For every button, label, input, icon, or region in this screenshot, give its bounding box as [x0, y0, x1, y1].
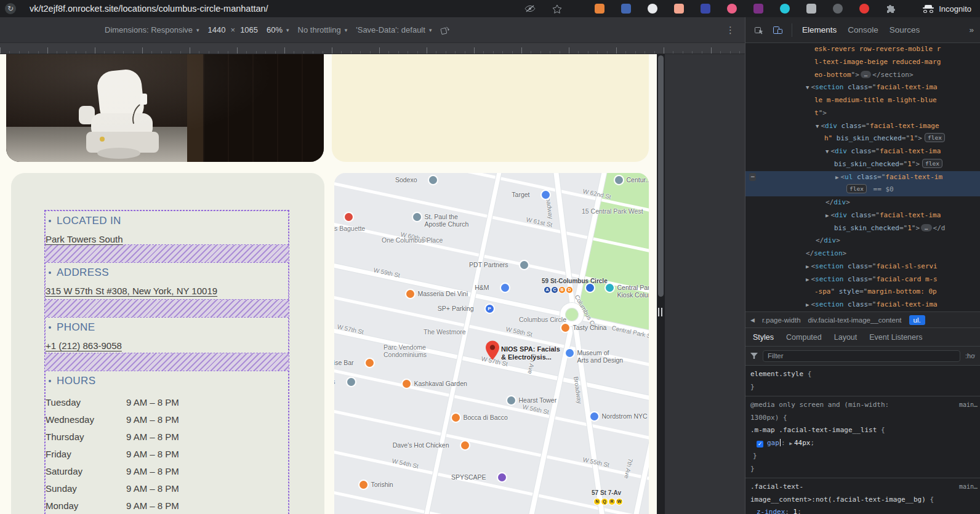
style-line[interactable]: } — [745, 381, 980, 394]
viewport-height-input[interactable]: 1065 — [240, 25, 258, 34]
chevron-left-icon[interactable]: ◀ — [750, 317, 755, 323]
password-eye-off-icon[interactable] — [524, 4, 536, 13]
extension-salmon[interactable] — [674, 4, 684, 14]
extension-facebook[interactable] — [621, 4, 631, 14]
transit-station-icon[interactable] — [586, 284, 594, 292]
incognito-indicator[interactable]: Incognito — [913, 4, 971, 14]
style-line[interactable]: @media only screen and (min-width:main… — [745, 399, 980, 412]
map-pin[interactable] — [486, 340, 499, 361]
ellipsis-button[interactable]: … — [921, 224, 931, 231]
extension-pen[interactable] — [806, 4, 816, 14]
viewport-width-input[interactable]: 1440 — [208, 25, 226, 34]
poi-label: Torishin — [371, 481, 393, 488]
incognito-label: Incognito — [939, 4, 971, 14]
style-line[interactable]: .facial-text-main… — [745, 481, 980, 494]
inspect-element-icon[interactable] — [754, 25, 764, 35]
tree-line[interactable]: ▼<section class="facial-text-ima — [745, 81, 980, 94]
bookmark-star-icon[interactable] — [552, 4, 562, 14]
tree-line[interactable]: -spa" style="margin-bottom: 0p — [745, 286, 980, 299]
extension-gear[interactable] — [833, 4, 843, 14]
style-line[interactable]: image__content>:not(.facial-text-image__… — [745, 494, 980, 507]
flex-badge[interactable]: flex — [925, 133, 945, 142]
device-toolbar-toggle-icon[interactable] — [773, 25, 783, 35]
style-line[interactable]: z-index: 1; — [745, 506, 980, 514]
extension-orange[interactable] — [595, 4, 604, 14]
tree-line[interactable]: </div> — [745, 196, 980, 209]
flex-badge[interactable]: flex — [922, 159, 942, 168]
tree-line[interactable]: ▼<div class="facial-text-ima — [745, 145, 980, 158]
styles-pane: element.style {}@media only screen and (… — [745, 366, 980, 514]
tree-line[interactable]: l-text-image-beige reduced-marg — [745, 56, 980, 69]
style-line[interactable]: 1300px) { — [745, 412, 980, 425]
styles-filter-input[interactable] — [763, 350, 960, 362]
hover-state-toggle[interactable]: :hov — [965, 352, 975, 359]
tab-computed[interactable]: Computed — [786, 333, 822, 342]
tree-line[interactable]: ▶<section class="facial-sl-servi — [745, 260, 980, 273]
style-line[interactable]: } — [745, 463, 980, 476]
tree-line[interactable]: ▶<section class="facial-text-ima — [745, 299, 980, 311]
resize-grip-icon[interactable] — [658, 308, 664, 316]
tab-layout[interactable]: Layout — [834, 333, 857, 342]
poi-label: Hearst Tower — [519, 396, 557, 404]
property-checkbox[interactable]: ✓ — [757, 441, 763, 448]
rotate-device-icon[interactable] — [440, 25, 450, 35]
tab-sources[interactable]: Sources — [888, 25, 922, 34]
extension-slack[interactable] — [753, 4, 763, 14]
extension-teal[interactable] — [780, 4, 790, 14]
tree-line[interactable]: </section> — [745, 247, 980, 260]
reload-icon[interactable]: ↻ — [5, 3, 16, 14]
devtools-flex-overlay: LOCATED IN Park Towers South ADDRESS 315… — [44, 210, 289, 514]
save-data-dropdown[interactable]: 'Save-Data': default▾ — [356, 25, 432, 34]
tree-line[interactable]: ▼<div class="facial-text-image — [745, 120, 980, 133]
tab-console[interactable]: Console — [846, 25, 880, 34]
style-line[interactable]: } — [745, 450, 980, 463]
tree-line[interactable]: ▶<section class="facial-card m-s — [745, 273, 980, 286]
extension-red[interactable] — [859, 4, 869, 14]
extension-target[interactable] — [648, 4, 657, 14]
tree-line[interactable]: le m-medium-title m-light-blue — [745, 94, 980, 107]
tree-line[interactable]: bis_skin_checked="1">flex — [745, 158, 980, 171]
map[interactable]: W 62nd StW 61st StW 60th StW 59th StW 58… — [334, 173, 649, 514]
style-line[interactable]: .m-map .facial-text-image__list { — [745, 424, 980, 437]
page-scrollbar[interactable] — [657, 54, 665, 514]
url-text[interactable]: vk/t2ejf8f.onrocket.site/locations/colum… — [30, 4, 268, 14]
gray-poi-icon — [413, 213, 421, 221]
zoom-dropdown[interactable]: 60%▾ — [267, 25, 289, 34]
tree-line[interactable]: t"> — [745, 107, 980, 120]
tree-line[interactable]: flex == $0 — [745, 183, 980, 196]
tree-line[interactable]: ⋯▶<ul class="facial-text-im — [745, 171, 980, 184]
address-link[interactable]: 315 W 57th St #308, New York, NY 10019 — [46, 285, 217, 297]
phone-link[interactable]: +1 (212) 863-9058 — [46, 340, 122, 352]
subway-line-badge: B — [559, 287, 565, 293]
style-line[interactable]: element.style { — [745, 368, 980, 381]
stylesheet-link[interactable]: main… — [959, 399, 978, 412]
throttling-dropdown[interactable]: No throttling▾ — [298, 25, 348, 34]
tree-line[interactable]: h" bis_skin_checked="1">flex — [745, 132, 980, 145]
extension-chat[interactable] — [727, 4, 737, 14]
ellipsis-button[interactable]: … — [861, 71, 871, 78]
tab-styles[interactable]: Styles — [753, 333, 774, 342]
device-toolbar-menu-icon[interactable]: ⋮ — [726, 25, 735, 36]
tree-line[interactable]: bis_skin_checked="1">…</d — [745, 222, 980, 235]
stylesheet-link[interactable]: main… — [959, 481, 978, 494]
tab-event-listeners[interactable]: Event Listeners — [869, 333, 922, 342]
extension-ink[interactable] — [701, 4, 710, 14]
breadcrumb-item[interactable]: ul. — [909, 315, 925, 325]
food-poi-icon — [461, 441, 469, 449]
breadcrumb-item[interactable]: r.page-width — [762, 316, 801, 324]
located-in-link[interactable]: Park Towers South — [46, 233, 123, 246]
extensions-puzzle-icon[interactable] — [886, 4, 896, 14]
tree-line[interactable]: ▶<div class="facial-text-ima — [745, 209, 980, 222]
style-line[interactable]: ✓gap: ▶44px; — [745, 437, 980, 451]
tree-line[interactable]: eo-bottom">…</section> — [745, 69, 980, 82]
tab-elements[interactable]: Elements — [801, 25, 838, 34]
location-info-card: LOCATED IN Park Towers South ADDRESS 315… — [11, 173, 324, 514]
dimensions-dropdown[interactable]: Dimensions: Responsive▾ — [105, 25, 199, 34]
more-tabs-icon[interactable]: » — [969, 25, 974, 34]
breadcrumb-item[interactable]: div.facial-text-image__content — [808, 316, 902, 324]
tree-line[interactable]: esk-revers row-reverse-mobile r — [745, 43, 980, 56]
flex-badge[interactable]: flex — [846, 184, 867, 193]
more-actions-icon[interactable]: ⋯ — [749, 173, 756, 181]
scrollbar-thumb[interactable] — [658, 55, 664, 297]
tree-line[interactable]: </div> — [745, 235, 980, 247]
